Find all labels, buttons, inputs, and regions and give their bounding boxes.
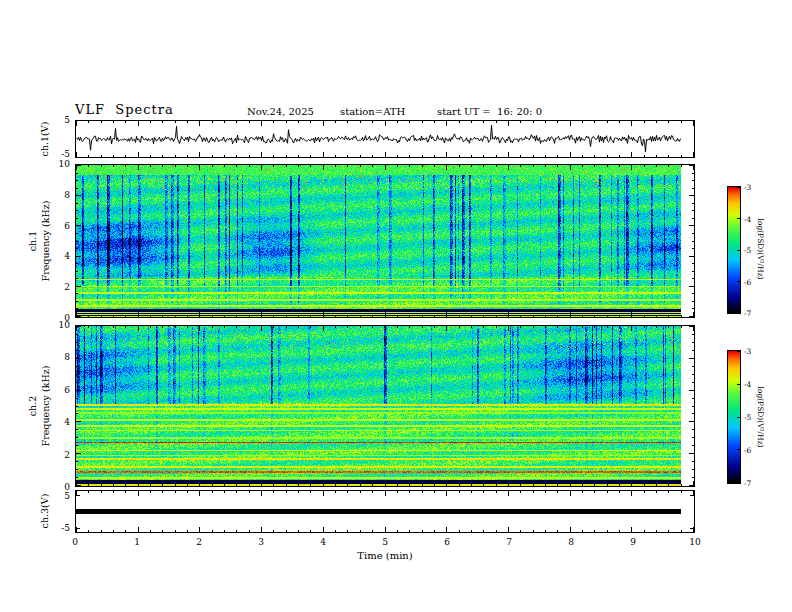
colorbar-tick-label: -6 <box>744 278 762 287</box>
y-tick-label: 5 <box>48 115 70 125</box>
x-tick-label: 5 <box>375 537 395 547</box>
y-tick-label: 8 <box>48 352 70 362</box>
y-tick-label: 2 <box>48 282 70 292</box>
x-tick-label: 8 <box>561 537 581 547</box>
y-tick-label: 5 <box>48 491 70 501</box>
y-tick-label: 10 <box>48 159 70 169</box>
y-tick-label: 2 <box>48 450 70 460</box>
spec2-channel-label: ch.2 <box>27 396 38 417</box>
colorbar-tick-label: -5 <box>744 246 762 255</box>
y-tick-label: 6 <box>48 221 70 231</box>
colorbar-tick-label: -6 <box>744 446 762 455</box>
spec1-frequency-axis-label: Frequency (kHz) <box>40 201 51 282</box>
spec2-frequency-axis-label: Frequency (kHz) <box>40 366 51 447</box>
x-tick-label: 4 <box>313 537 333 547</box>
spec1-channel-label: ch.1 <box>27 231 38 252</box>
plot-title: VLF Spectra <box>75 102 174 117</box>
x-tick-label: 3 <box>251 537 271 547</box>
colorbar-tick-label: -4 <box>744 380 762 389</box>
time-axis-label: Time (min) <box>335 550 435 561</box>
y-tick-label: 4 <box>48 417 70 427</box>
x-tick-label: 7 <box>499 537 519 547</box>
vlf-spectra-figure: VLF Spectra Nov.24, 2025 station=ATH sta… <box>0 0 792 612</box>
colorbar-tick-label: -7 <box>744 479 762 488</box>
y-tick-label: 8 <box>48 190 70 200</box>
ch2-spectrogram-canvas <box>76 326 694 486</box>
x-tick-label: 2 <box>189 537 209 547</box>
date-label: Nov.24, 2025 <box>247 106 314 117</box>
x-tick-label: 0 <box>65 537 85 547</box>
start-ut-label: start UT = 16: 20: 0 <box>437 106 542 117</box>
ch1-spectrogram-canvas <box>76 165 694 317</box>
colorbar-tick-label: -3 <box>744 347 762 356</box>
colorbar2-canvas <box>728 351 740 483</box>
ch3-waveform-canvas <box>76 491 694 532</box>
colorbar-tick-label: -5 <box>744 413 762 422</box>
colorbar-tick-label: -4 <box>744 215 762 224</box>
ch1-waveform-canvas <box>76 121 694 157</box>
x-tick-label: 6 <box>437 537 457 547</box>
x-tick-label: 1 <box>127 537 147 547</box>
y-tick-label: 4 <box>48 251 70 261</box>
x-tick-label: 10 <box>685 537 705 547</box>
y-tick-label: 10 <box>48 320 70 330</box>
y-tick-label: -5 <box>48 149 70 159</box>
x-tick-label: 9 <box>623 537 643 547</box>
y-tick-label: -5 <box>48 523 70 533</box>
station-label: station=ATH <box>340 106 405 117</box>
y-tick-label: 6 <box>48 385 70 395</box>
colorbar-tick-label: -3 <box>744 183 762 192</box>
colorbar-tick-label: -7 <box>744 309 762 318</box>
colorbar1-canvas <box>728 187 740 313</box>
